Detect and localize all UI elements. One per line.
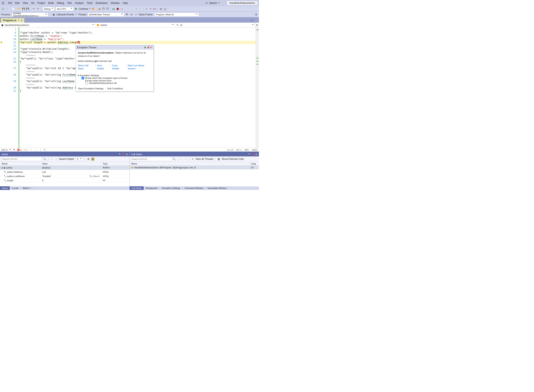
threads-icon[interactable]: ≡ [191, 157, 194, 161]
tool-icon[interactable]: ◫ [163, 7, 167, 10]
col-value[interactable]: Value [40, 162, 101, 165]
nav-member-select[interactable]: 🔧 Id [175, 23, 255, 27]
code-editor[interactable]: 7891011121314 1516 17 18 19 2021 "type">… [0, 28, 259, 148]
code-line[interactable]: "type">Author author = "kw">new "type">A… [19, 31, 256, 34]
panel-tab[interactable]: Immediate Window [205, 186, 229, 190]
close-icon[interactable]: ✕ [126, 153, 128, 156]
menu-help[interactable]: Help [121, 1, 129, 5]
expand-icon[interactable]: ▾ [78, 74, 79, 77]
health-icon[interactable]: ❤ [13, 149, 15, 151]
tool-icon[interactable]: ⤢ [145, 7, 148, 10]
open-folder-icon[interactable]: 📂 [18, 7, 21, 10]
step-next-icon[interactable]: → [126, 7, 130, 10]
exception-link[interactable]: Copy Details [112, 64, 125, 70]
external-code-icon[interactable]: ▦ [217, 157, 220, 161]
save-icon[interactable]: 💾 [22, 7, 25, 10]
thread-icon[interactable]: ⤳ [134, 13, 138, 16]
new-item-icon[interactable]: 📄 [12, 7, 15, 10]
stackframe-select[interactable]: Program.<Main>$ [154, 13, 199, 17]
split-icon[interactable]: ⊟ [255, 23, 259, 27]
tool-icon[interactable]: ≡ [149, 7, 152, 10]
step-into-icon[interactable]: ↓ [130, 7, 134, 10]
fullscreen-icon[interactable]: ⛶ [254, 19, 258, 23]
callstack-row[interactable]: HandleNullValuesDemo.dll!Program.$(strin… [130, 166, 259, 169]
close-icon[interactable]: ✕ [21, 19, 23, 22]
down-icon[interactable]: ↓ [34, 148, 38, 152]
back-icon[interactable] [1, 7, 5, 10]
line-ending[interactable]: CRLF [252, 149, 258, 151]
autos-row[interactable]: 🔧 length0int [0, 178, 129, 183]
col-name[interactable]: Name [130, 162, 249, 165]
zoom-level[interactable]: 100 % [1, 149, 8, 151]
panel-tab[interactable]: Watch 1 [21, 186, 33, 190]
col-lang[interactable]: Lang [249, 162, 259, 165]
redo-icon[interactable]: ↷ [36, 7, 39, 10]
panel-tab[interactable]: Exception Settings [160, 186, 182, 190]
pause-icon[interactable]: ▮▮ [112, 7, 115, 10]
tab-program-cs[interactable]: Program.cs ✕ [1, 18, 24, 23]
exception-link[interactable]: Edit Conditions [107, 87, 123, 90]
save-all-icon[interactable]: 💾 [26, 7, 29, 10]
menu-extensions[interactable]: Extensions [94, 1, 109, 5]
except-dll-checkbox[interactable] [85, 82, 88, 84]
menu-git[interactable]: Git [29, 1, 36, 5]
code-line[interactable]: author.LastName = "Kanjilal"; [19, 37, 256, 41]
pin-icon[interactable] [18, 19, 20, 21]
grid-icon[interactable]: ▦ [91, 157, 95, 161]
pin-icon[interactable]: 📌 [251, 153, 254, 156]
break-checkbox[interactable] [81, 77, 84, 79]
nav-back-icon[interactable]: ← [50, 157, 53, 161]
continue-button[interactable]: Continue [78, 8, 88, 10]
chevron-down-icon[interactable] [251, 20, 253, 22]
hot-reload-icon[interactable]: 🔥 [91, 7, 95, 10]
line-indicator[interactable]: Ln: 11 [227, 149, 234, 151]
close-icon[interactable]: ✕ [255, 153, 257, 156]
menu-file[interactable]: File [6, 1, 14, 5]
autos-row[interactable]: 🔧 author.LastName"Kanjilal" 🔍 View ▾stri… [0, 174, 129, 178]
nav-fwd-icon[interactable]: → [184, 157, 187, 161]
undo-icon[interactable]: ↶ [32, 7, 35, 10]
errors-count[interactable]: ⛔0 [17, 149, 21, 151]
menu-tools[interactable]: Tools [85, 1, 94, 5]
up-icon[interactable]: ↑ [29, 148, 32, 152]
menu-view[interactable]: View [21, 1, 29, 5]
show-external-label[interactable]: Show External Code [222, 158, 244, 160]
nav-fwd-icon[interactable]: → [54, 157, 58, 161]
options-icon[interactable]: ⚙ [254, 13, 258, 16]
continue-icon[interactable] [144, 46, 147, 49]
menu-analyze[interactable]: Analyze [73, 1, 85, 5]
callstack-search-input[interactable] [131, 157, 171, 161]
exception-link[interactable]: Show Call Stack [78, 64, 94, 70]
search-icon[interactable]: 🔍 [43, 157, 46, 161]
lifecycle-icon[interactable]: ▦ [52, 13, 55, 16]
stop-icon[interactable] [116, 7, 119, 10]
autos-search-input[interactable] [1, 157, 42, 161]
search-icon[interactable]: 🔍 [172, 157, 176, 161]
browse-icon[interactable]: ▦ [98, 7, 101, 10]
brush-icon[interactable]: ✎ [43, 148, 46, 152]
flag-icon[interactable]: ⚑ [125, 13, 129, 16]
panel-tab[interactable]: Autos [0, 186, 10, 190]
process-select[interactable]: [53484] HandleNullValuesDemo.e [12, 13, 48, 17]
tree-icon[interactable]: ⊞ [87, 157, 90, 161]
tool-icon[interactable]: abc [153, 7, 156, 10]
thread-icon[interactable]: ≋ [130, 13, 133, 16]
menu-edit[interactable]: Edit [14, 1, 21, 5]
menu-project[interactable]: Project [36, 1, 47, 5]
nav-project-select[interactable]: ▣ HandleNullValuesDemo [0, 23, 95, 27]
warnings-count[interactable]: ⚠3 [24, 149, 27, 151]
menu-build[interactable]: Build [47, 1, 55, 5]
autos-row[interactable]: ▸ ◈ author{Author}Author [0, 166, 129, 170]
exception-link[interactable]: Open Exception Settings [78, 87, 104, 90]
menu-debug[interactable]: Debug [55, 1, 66, 5]
tool-icon[interactable]: 🗔 [102, 7, 105, 10]
tool-icon[interactable]: ⊞ [159, 7, 162, 10]
panel-tab[interactable]: Call Stack [130, 186, 144, 190]
autos-row[interactable]: 🔧 author.Addressnullstring [0, 170, 129, 174]
indent-mode[interactable]: SPC [244, 149, 249, 151]
close-icon[interactable]: ✕ [149, 46, 152, 49]
tool-icon[interactable]: 🗔 [106, 7, 109, 10]
col-type[interactable]: Type [101, 162, 129, 165]
search-depth-select[interactable]: 3 [76, 157, 83, 161]
exception-link[interactable]: Start Live Share session [128, 64, 152, 70]
